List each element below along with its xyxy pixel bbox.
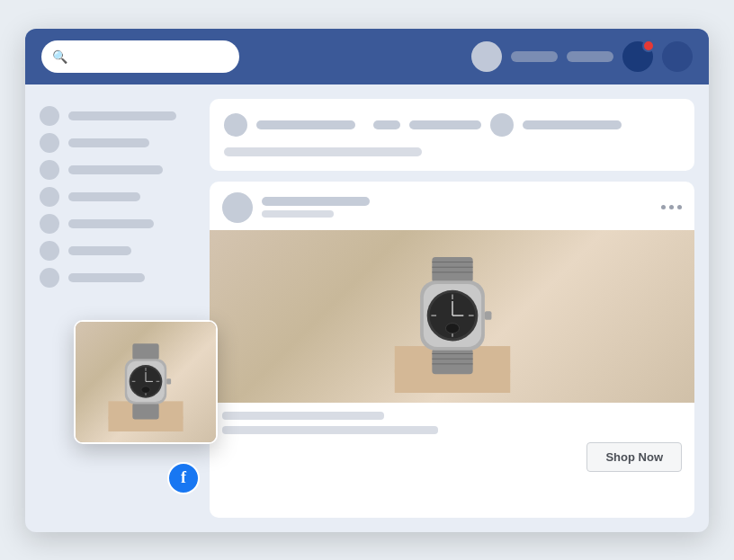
shop-now-button[interactable]: Shop Now bbox=[586, 442, 682, 472]
svg-rect-25 bbox=[132, 403, 158, 419]
more-dot-2 bbox=[669, 205, 674, 209]
svg-rect-14 bbox=[484, 311, 491, 319]
post-actions-row: Shop Now bbox=[222, 442, 682, 472]
sidebar-item[interactable] bbox=[40, 187, 197, 207]
svg-point-37 bbox=[141, 386, 150, 392]
more-dot-1 bbox=[661, 205, 666, 209]
post-author-info bbox=[262, 197, 370, 218]
notification-button[interactable] bbox=[622, 41, 653, 72]
sidebar-item[interactable] bbox=[40, 268, 197, 288]
story-circle-1 bbox=[224, 113, 247, 137]
more-dot-3 bbox=[677, 205, 682, 209]
watch-illustration bbox=[380, 240, 524, 393]
sidebar-label-2 bbox=[68, 138, 149, 147]
post-header bbox=[210, 182, 694, 230]
sidebar-item[interactable] bbox=[40, 214, 197, 234]
notification-badge bbox=[642, 40, 655, 52]
post-more-menu[interactable] bbox=[661, 205, 682, 209]
sidebar-avatar-5 bbox=[40, 214, 59, 234]
story-circle-3 bbox=[490, 113, 514, 137]
sidebar-label-5 bbox=[68, 219, 154, 228]
story-name-2 bbox=[409, 120, 481, 129]
story-circle-2 bbox=[373, 120, 400, 129]
nav-link-2 bbox=[567, 51, 613, 62]
floating-watch-icon bbox=[101, 333, 191, 431]
post-desc-line-1 bbox=[222, 412, 384, 420]
sidebar-label-1 bbox=[68, 111, 176, 120]
post-footer: Shop Now bbox=[210, 403, 694, 483]
menu-button[interactable] bbox=[662, 41, 693, 72]
floating-watch-container bbox=[76, 322, 216, 442]
sidebar-label-4 bbox=[68, 192, 140, 201]
post-desc-line-2 bbox=[222, 426, 438, 434]
sidebar-label-6 bbox=[68, 246, 131, 255]
sidebar-avatar-1 bbox=[40, 106, 59, 126]
story-card bbox=[210, 99, 694, 171]
floating-preview-wrapper: f bbox=[49, 363, 194, 489]
nav-link-1 bbox=[511, 51, 558, 62]
story-name-1 bbox=[256, 120, 355, 129]
story-subline bbox=[224, 147, 422, 156]
sidebar-avatar-3 bbox=[40, 160, 59, 180]
facebook-badge: f bbox=[167, 462, 200, 494]
browser-window: 🔍 bbox=[25, 29, 709, 532]
sidebar-item[interactable] bbox=[40, 160, 197, 180]
story-name-3 bbox=[523, 120, 622, 129]
sidebar-label-3 bbox=[68, 165, 163, 174]
sidebar-label-7 bbox=[68, 273, 145, 282]
post-image bbox=[210, 230, 694, 403]
nav-items bbox=[471, 41, 693, 72]
post-author-avatar bbox=[222, 192, 253, 223]
sidebar-avatar-2 bbox=[40, 133, 59, 153]
post-card: Shop Now bbox=[210, 182, 694, 518]
nav-avatar-circle bbox=[471, 41, 502, 72]
svg-rect-3 bbox=[432, 348, 472, 373]
sidebar-avatar-7 bbox=[40, 268, 59, 288]
sidebar-item[interactable] bbox=[40, 241, 197, 261]
post-author-name bbox=[262, 197, 370, 206]
svg-rect-36 bbox=[166, 378, 171, 384]
svg-point-15 bbox=[445, 323, 459, 333]
post-timestamp bbox=[262, 210, 334, 218]
svg-rect-24 bbox=[132, 343, 158, 360]
facebook-navbar: 🔍 bbox=[25, 29, 709, 84]
sidebar-avatar-4 bbox=[40, 187, 59, 207]
watch-image-container bbox=[210, 230, 694, 403]
search-box[interactable]: 🔍 bbox=[41, 40, 239, 73]
floating-preview-card bbox=[74, 320, 218, 444]
search-input[interactable] bbox=[75, 40, 228, 73]
feed: Shop Now bbox=[210, 99, 694, 518]
svg-rect-2 bbox=[432, 256, 472, 281]
search-icon: 🔍 bbox=[52, 49, 67, 64]
sidebar-item[interactable] bbox=[40, 133, 197, 153]
floating-preview-container: f bbox=[49, 363, 194, 489]
sidebar-item[interactable] bbox=[40, 106, 197, 126]
sidebar-avatar-6 bbox=[40, 241, 59, 261]
